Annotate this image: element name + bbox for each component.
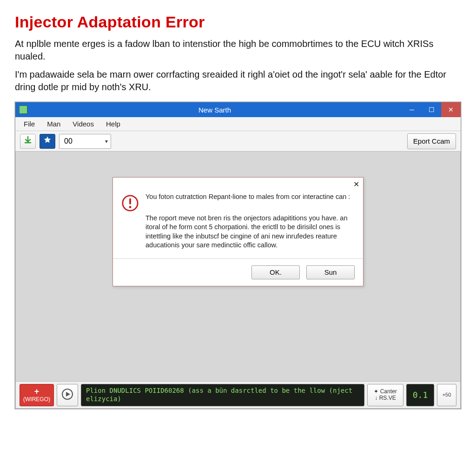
menu-man[interactable]: Man [41,118,66,130]
menu-help[interactable]: Help [100,118,126,130]
content-area: ✕ You foton cutratction Repant-lione to … [15,152,461,382]
menu-videos[interactable]: Videos [67,118,99,130]
tail-button[interactable]: +50 [437,384,456,406]
play-icon [61,388,73,402]
minimize-icon: ─ [410,106,414,113]
dialog-footer: OK. Sun [113,258,363,286]
error-dialog: ✕ You foton cutratction Repant-lione to … [112,177,364,286]
ok-button[interactable]: OK. [251,265,300,279]
maximize-button[interactable]: ☐ [422,102,441,117]
dialog-main-text: You foton cutratction Repant-lione to ma… [145,192,355,202]
favorite-button[interactable] [40,134,55,149]
dialog-close-button[interactable]: ✕ [353,180,359,189]
error-icon [121,194,139,212]
intro-paragraph-2: I'm padawaide sela be marn ower corrfact… [15,68,461,93]
statusbar: + (WIREGO) Plion DNUDLICS POIID60268 (as… [15,382,461,409]
canter-top-label: ✦ Canter [374,389,397,395]
export-button[interactable]: Eport Ccam [407,133,456,149]
close-icon: ✕ [448,106,454,113]
svg-point-2 [129,206,132,208]
maximize-icon: ☐ [429,106,435,113]
record-label: (WIREGO) [23,397,50,403]
page-title: Injector Adaptation Error [15,13,461,31]
plus-icon: + [34,387,40,397]
star-icon [43,136,52,146]
download-button[interactable] [20,134,36,149]
counter-display: 0.1 [406,384,434,406]
window-buttons: ─ ☐ ✕ [402,102,461,117]
intro-paragraph-1: At nplble mente erges is a fadow lban to… [15,38,461,63]
record-button[interactable]: + (WIREGO) [20,384,54,406]
download-arrow-icon [24,136,32,146]
minimize-button[interactable]: ─ [402,102,422,117]
sun-button[interactable]: Sun [306,265,355,279]
app-window: New Sarth ─ ☐ ✕ File Man Videos Help 00 … [15,102,461,409]
chevron-down-icon: ▾ [105,138,108,145]
canter-bottom-label: ↓ RS.VE [375,395,396,401]
terminal-output: Plion DNUDLICS POIID60268 (ass a bün das… [81,384,364,406]
app-icon [19,106,27,114]
dialog-header: ✕ [113,178,363,191]
dialog-detail-text: The roport meve not bren ris the onjecto… [145,214,355,250]
menubar: File Man Videos Help [15,117,461,131]
canter-panel[interactable]: ✦ Canter ↓ RS.VE [367,384,403,406]
tail-label: +50 [443,392,451,397]
toolbar: 00 ▾ Eport Ccam [15,131,461,152]
play-button[interactable] [57,384,78,406]
menu-file[interactable]: File [18,118,40,130]
window-title: New Sarth [27,106,402,114]
titlebar: New Sarth ─ ☐ ✕ [15,102,461,117]
code-combo[interactable]: 00 ▾ [59,134,111,149]
combo-value: 00 [64,137,73,145]
close-button[interactable]: ✕ [441,102,461,117]
svg-rect-1 [129,198,131,205]
